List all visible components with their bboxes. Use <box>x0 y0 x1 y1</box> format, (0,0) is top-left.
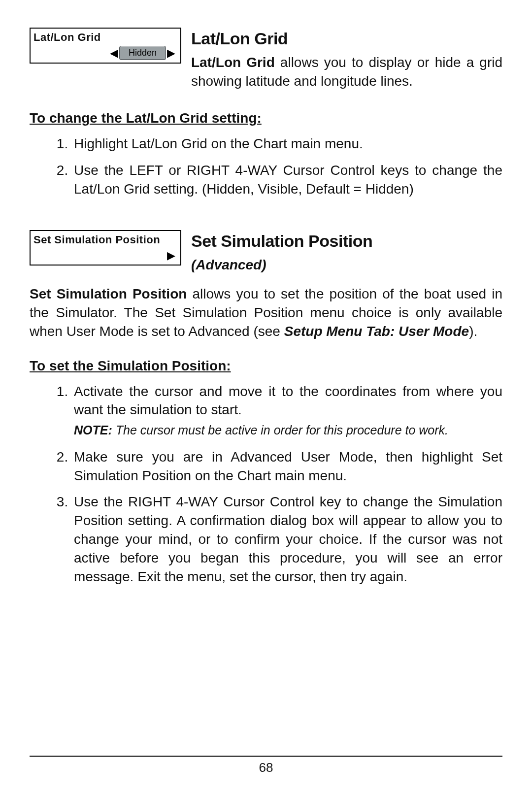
procedure-steps-latlon: Highlight Lat/Lon Grid on the Chart main… <box>30 134 502 198</box>
note-line: NOTE: The cursor must be active in order… <box>74 422 502 439</box>
chevron-right-icon: ▶ <box>166 48 176 59</box>
note-body: The cursor must be active in order for t… <box>112 423 448 437</box>
step-text: Activate the cursor and move it to the c… <box>74 384 502 418</box>
procedure-subhead: To set the Simulation Position: <box>30 357 502 375</box>
menu-box-set-sim-pos: Set Simulation Position ▶ <box>30 230 181 266</box>
list-item: Activate the cursor and move it to the c… <box>72 382 502 439</box>
intro-rest-2: ). <box>469 324 477 339</box>
chevron-right-icon: ▶ <box>167 248 175 263</box>
procedure-steps-simpos: Activate the cursor and move it to the c… <box>30 382 502 586</box>
procedure-subhead: To change the Lat/Lon Grid setting: <box>30 109 502 128</box>
section-heading-block: Set Simulation Position (Advanced) <box>191 230 502 280</box>
menu-box-title: Lat/Lon Grid <box>31 29 180 46</box>
list-item: Use the RIGHT 4-WAY Cursor Control key t… <box>72 493 502 586</box>
intro-term: Lat/Lon Grid <box>191 55 275 70</box>
footer-rule <box>30 756 502 757</box>
menu-right-arrow-only: ▶ <box>167 248 176 263</box>
intro-term: Set Simulation Position <box>30 286 187 301</box>
section-subtitle: (Advanced) <box>191 256 502 274</box>
menu-box-title: Set Simulation Position <box>31 231 180 248</box>
section-intro-paragraph: Set Simulation Position allows you to se… <box>30 285 502 340</box>
page-number: 68 <box>0 759 532 776</box>
section-heading: Set Simulation Position <box>191 230 502 253</box>
menu-box-value-row: ▶ <box>31 248 180 265</box>
note-head: NOTE: <box>74 423 112 437</box>
section-latlon-grid: Lat/Lon Grid ◀ Hidden ▶ Lat/Lon Grid Lat… <box>30 28 502 106</box>
list-item: Highlight Lat/Lon Grid on the Chart main… <box>72 134 502 153</box>
section-set-simulation-position: Set Simulation Position ▶ Set Simulation… <box>30 230 502 280</box>
list-item: Use the LEFT or RIGHT 4-WAY Cursor Contr… <box>72 161 502 199</box>
section-intro-paragraph: Lat/Lon Grid allows you to display or hi… <box>191 53 502 91</box>
manual-page: Lat/Lon Grid ◀ Hidden ▶ Lat/Lon Grid Lat… <box>0 0 532 798</box>
chevron-left-icon: ◀ <box>109 48 119 59</box>
section-heading: Lat/Lon Grid <box>191 28 502 50</box>
list-item: Make sure you are in Advanced User Mode,… <box>72 448 502 485</box>
menu-value-pill: Hidden <box>119 46 166 60</box>
manual-cross-ref: Setup Menu Tab: User Mode <box>284 324 469 339</box>
section-heading-block: Lat/Lon Grid Lat/Lon Grid allows you to … <box>191 28 502 106</box>
menu-value-spinner: ◀ Hidden ▶ <box>109 46 176 60</box>
menu-box-value-row: ◀ Hidden ▶ <box>31 46 180 63</box>
menu-box-latlon-grid: Lat/Lon Grid ◀ Hidden ▶ <box>30 28 181 64</box>
